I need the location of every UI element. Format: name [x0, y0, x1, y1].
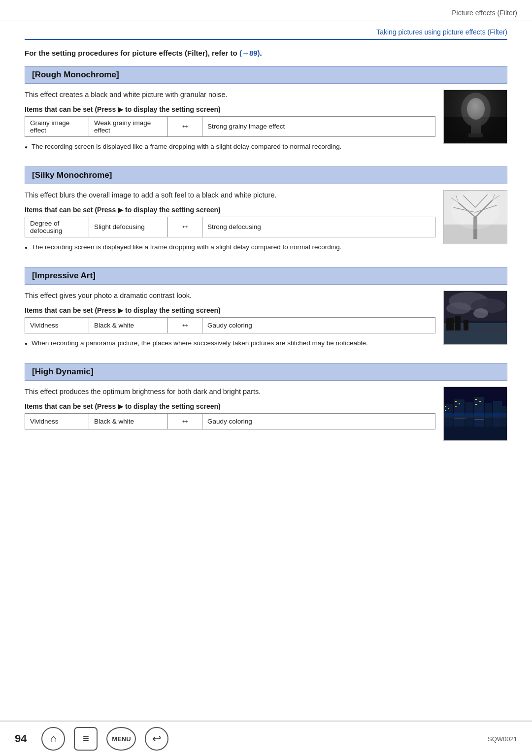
- svg-rect-48: [475, 399, 477, 400]
- table-arrow-highdynamic: ↔: [168, 413, 202, 429]
- back-icon[interactable]: ↩: [145, 727, 168, 751]
- top-link-text: Taking pictures using picture effects (F…: [376, 28, 507, 36]
- table-row-silky: Degree of defocusing Slight defocusing ↔…: [25, 217, 435, 237]
- items-header-rough: Items that can be set (Press ▶ to displa…: [25, 105, 435, 113]
- footer: 94 ⌂ ≡ MENU ↩ SQW0021: [0, 721, 532, 756]
- section-text-rough: This effect creates a black and white pi…: [25, 90, 443, 156]
- table-arrow-silky: ↔: [168, 217, 202, 237]
- top-link[interactable]: Taking pictures using picture effects (F…: [25, 21, 507, 40]
- header-text: Picture effects (Filter): [452, 9, 517, 17]
- intro-before: For the setting procedures for picture e…: [25, 49, 239, 57]
- description-impressive: This effect gives your photo a dramatic …: [25, 291, 435, 301]
- menu-list-icon[interactable]: ≡: [74, 727, 98, 751]
- svg-rect-46: [459, 403, 460, 404]
- table-label-silky: Degree of defocusing: [25, 217, 89, 237]
- section-title-rough: [Rough Monochrome]: [32, 70, 119, 80]
- note-rough: The recording screen is displayed like a…: [25, 142, 435, 152]
- svg-rect-54: [444, 413, 507, 416]
- svg-rect-49: [479, 401, 481, 402]
- setting-table-silky: Degree of defocusing Slight defocusing ↔…: [25, 217, 435, 237]
- table-to-impressive: Gaudy coloring: [202, 317, 435, 333]
- svg-rect-52: [454, 418, 466, 419]
- section-silky-monochrome: [Silky Monochrome] This effect blurs the…: [25, 166, 507, 256]
- menu-button[interactable]: MENU: [106, 727, 136, 751]
- table-from-impressive: Black & white: [89, 317, 168, 333]
- table-arrow-impressive: ↔: [168, 317, 202, 333]
- page-number: 94: [15, 732, 27, 745]
- svg-rect-4: [471, 120, 481, 134]
- svg-rect-5: [468, 133, 483, 137]
- section-title-silky: [Silky Monochrome]: [32, 170, 112, 180]
- section-high-dynamic: [High Dynamic] This effect produces the …: [25, 363, 507, 441]
- description-silky: This effect blurs the overall image to a…: [25, 190, 435, 201]
- section-text-highdynamic: This effect produces the optimum brightn…: [25, 387, 443, 434]
- table-label-rough: Grainy image effect: [25, 116, 89, 136]
- section-bar-impressive: [Impressive Art]: [25, 267, 507, 285]
- svg-rect-29: [446, 318, 454, 330]
- note-silky: The recording screen is displayed like a…: [25, 242, 435, 252]
- section-bar-silky: [Silky Monochrome]: [25, 166, 507, 184]
- svg-point-20: [451, 191, 499, 230]
- svg-rect-47: [455, 406, 457, 407]
- svg-point-2: [461, 93, 491, 127]
- svg-rect-53: [474, 419, 484, 420]
- svg-point-3: [467, 98, 485, 120]
- table-row-rough: Grainy image effect Weak grainy image ef…: [25, 116, 435, 136]
- table-to-highdynamic: Gaudy coloring: [202, 413, 435, 429]
- section-row-impressive: This effect gives your photo a dramatic …: [25, 291, 507, 352]
- table-arrow-rough: ↔: [168, 116, 202, 136]
- svg-point-26: [473, 308, 488, 318]
- section-bar-rough: [Rough Monochrome]: [25, 66, 507, 84]
- svg-point-25: [446, 302, 471, 314]
- home-icon[interactable]: ⌂: [41, 727, 65, 751]
- table-from-rough: Weak grainy image effect: [89, 116, 168, 136]
- items-header-impressive: Items that can be set (Press ▶ to displa…: [25, 306, 435, 314]
- svg-rect-45: [455, 401, 457, 402]
- table-to-rough: Strong grainy image effect: [202, 116, 435, 136]
- section-row-rough: This effect creates a black and white pi…: [25, 90, 507, 156]
- section-title-highdynamic: [High Dynamic]: [32, 367, 94, 377]
- intro-link[interactable]: (→89): [239, 49, 260, 57]
- svg-rect-1: [444, 90, 507, 117]
- intro-after: .: [260, 49, 262, 57]
- svg-rect-0: [444, 90, 507, 144]
- svg-rect-44: [445, 410, 446, 411]
- setting-table-impressive: Vividness Black & white ↔ Gaudy coloring: [25, 317, 435, 333]
- section-text-silky: This effect blurs the overall image to a…: [25, 190, 443, 256]
- image-impressive: [443, 291, 507, 345]
- svg-rect-6: [444, 90, 507, 144]
- section-text-impressive: This effect gives your photo a dramatic …: [25, 291, 443, 352]
- section-title-impressive: [Impressive Art]: [32, 271, 96, 281]
- items-header-highdynamic: Items that can be set (Press ▶ to displa…: [25, 402, 435, 410]
- svg-rect-42: [445, 406, 446, 407]
- svg-rect-30: [455, 316, 461, 330]
- svg-rect-50: [475, 404, 477, 405]
- items-header-silky: Items that can be set (Press ▶ to displa…: [25, 206, 435, 214]
- table-to-silky: Strong defocusing: [202, 217, 435, 237]
- section-row-highdynamic: This effect produces the optimum brightn…: [25, 387, 507, 441]
- section-row-silky: This effect blurs the overall image to a…: [25, 190, 507, 256]
- section-bar-highdynamic: [High Dynamic]: [25, 363, 507, 381]
- table-row-highdynamic: Vividness Black & white ↔ Gaudy coloring: [25, 413, 435, 429]
- svg-rect-51: [444, 416, 507, 418]
- table-label-highdynamic: Vividness: [25, 413, 89, 429]
- image-rough: [443, 90, 507, 144]
- svg-rect-31: [464, 320, 468, 330]
- model-number: SQW0021: [488, 735, 517, 743]
- section-impressive-art: [Impressive Art] This effect gives your …: [25, 267, 507, 352]
- section-rough-monochrome: [Rough Monochrome] This effect creates a…: [25, 66, 507, 156]
- table-row-impressive: Vividness Black & white ↔ Gaudy coloring: [25, 317, 435, 333]
- table-label-impressive: Vividness: [25, 317, 89, 333]
- table-from-highdynamic: Black & white: [89, 413, 168, 429]
- description-highdynamic: This effect produces the optimum brightn…: [25, 387, 435, 397]
- intro-line: For the setting procedures for picture e…: [25, 49, 507, 57]
- setting-table-highdynamic: Vividness Black & white ↔ Gaudy coloring: [25, 413, 435, 429]
- page-header: Picture effects (Filter): [0, 0, 532, 21]
- note-impressive: When recording a panorama picture, the p…: [25, 338, 435, 348]
- footer-icons: ⌂ ≡ MENU ↩: [41, 727, 168, 751]
- description-rough: This effect creates a black and white pi…: [25, 90, 435, 100]
- image-silky: [443, 190, 507, 244]
- svg-rect-43: [448, 408, 449, 409]
- table-from-silky: Slight defocusing: [89, 217, 168, 237]
- image-highdynamic: [443, 387, 507, 441]
